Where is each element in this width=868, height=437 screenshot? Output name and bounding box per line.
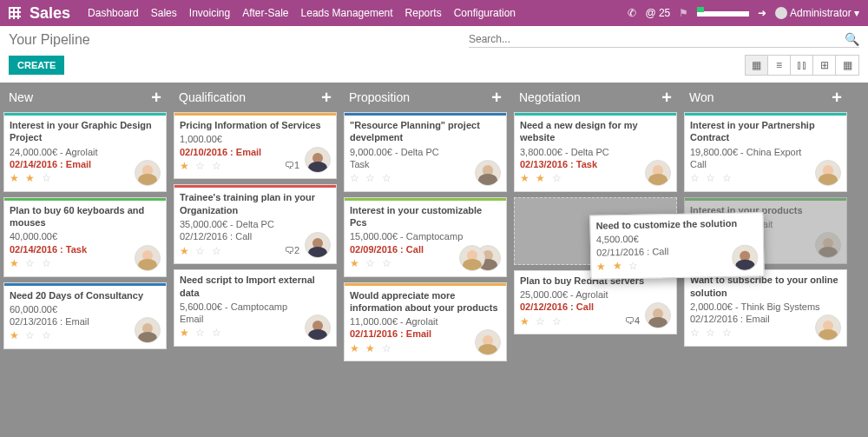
kanban-card[interactable]: Would appreciate more information about … [344, 282, 507, 362]
star-rating[interactable]: ★ ☆ ☆ [350, 257, 393, 271]
card-subtitle: 2,000.00€ - Think Big Systems [690, 301, 841, 313]
add-card-icon[interactable]: + [321, 88, 332, 108]
card-stripe [685, 113, 846, 116]
assignee-avatar[interactable] [305, 315, 331, 341]
assignee-avatar[interactable] [475, 160, 501, 186]
menu-item[interactable]: Reports [405, 7, 442, 19]
main-menu: DashboardSalesInvoicingAfter-SaleLeads M… [88, 7, 516, 19]
card-stripe [345, 283, 506, 286]
chat-icon[interactable]: ⚑ [679, 7, 688, 19]
card-subtitle: 9,000.00€ - Delta PC [350, 146, 501, 158]
kanban-card[interactable]: Plan to buy 60 keyboards and mouses40,00… [3, 197, 167, 277]
add-card-icon[interactable]: + [491, 88, 502, 108]
view-graph-icon[interactable]: ⫿⫿ [791, 56, 813, 75]
kanban-card[interactable]: Need a new design for my website3,800.00… [514, 112, 677, 192]
comments-count[interactable]: 🗨1 [285, 159, 299, 171]
assignee-avatar[interactable] [475, 329, 501, 355]
star-rating[interactable]: ★ ★ ☆ [350, 342, 393, 356]
assignee-avatar[interactable] [135, 160, 161, 186]
menu-item[interactable]: Configuration [454, 7, 516, 19]
kanban-card[interactable]: Need 20 Days of Consultancy60,000.00€02/… [3, 282, 167, 349]
menu-item[interactable]: Sales [151, 7, 177, 19]
search-input[interactable] [469, 31, 845, 47]
assignee-avatar[interactable] [815, 315, 841, 341]
progress-bar [697, 7, 749, 19]
search-icon[interactable]: 🔍 [845, 32, 859, 46]
view-pivot-icon[interactable]: ⊞ [813, 56, 836, 75]
kanban-card[interactable]: Trainee's training plan in your Organiza… [174, 184, 337, 264]
star-rating[interactable]: ★ ★ ☆ [596, 260, 640, 274]
assignee-avatar[interactable] [135, 245, 161, 271]
column-header: Won+ [684, 83, 847, 112]
star-rating[interactable]: ☆ ☆ ☆ [690, 172, 733, 186]
card-title: Interest in your Graphic Design Project [10, 119, 161, 144]
assignee-avatar[interactable] [815, 232, 841, 258]
kanban-card[interactable]: Need script to Import external data5,600… [174, 269, 337, 347]
assignee-avatar[interactable] [815, 160, 841, 186]
star-rating[interactable]: ☆ ☆ ☆ [350, 172, 393, 186]
card-subtitle: 19,800.00€ - China Export [690, 146, 841, 158]
menu-item[interactable]: Leads Management [301, 7, 393, 19]
assignee-avatar[interactable] [305, 232, 331, 258]
kanban-card[interactable]: Interest in your customizable Pcs15,000.… [344, 197, 507, 277]
add-card-icon[interactable]: + [151, 88, 161, 108]
star-rating[interactable]: ★ ☆ ☆ [520, 315, 563, 329]
card-title: Plan to buy 60 keyboards and mouses [10, 204, 161, 229]
comments-count[interactable]: 🗨2 [285, 244, 299, 256]
create-button[interactable]: CREATE [9, 56, 64, 75]
card-title: Trainee's training plan in your Organiza… [180, 191, 331, 216]
column-header: New+ [3, 83, 167, 112]
assignee-avatar[interactable] [135, 317, 161, 343]
apps-icon[interactable] [9, 7, 21, 19]
nav-right: ✆ @ 25 ⚑ ➜ Administrator ▾ [628, 7, 859, 20]
kanban-card[interactable]: Interest in your Partnership Contract19,… [684, 112, 847, 192]
search-wrap: 🔍 [469, 31, 859, 48]
column-title: New [9, 90, 33, 104]
view-calendar-icon[interactable]: ▦ [836, 56, 858, 75]
assignee-avatar[interactable] [305, 147, 331, 173]
assignee-avatar[interactable] [645, 160, 671, 186]
kanban-card[interactable]: Want to subscribe to your online solutio… [684, 269, 847, 347]
message-count[interactable]: @ 25 [645, 7, 670, 19]
card-stripe [174, 185, 336, 188]
star-rating[interactable]: ★ ☆ ☆ [180, 245, 223, 259]
assignee-avatar[interactable] [732, 245, 759, 272]
menu-item[interactable]: Invoicing [189, 7, 230, 19]
page-title: Your Pipeline [9, 32, 90, 48]
card-stripe [515, 113, 676, 116]
assignee-avatar[interactable] [645, 302, 671, 328]
star-rating[interactable]: ★ ☆ ☆ [10, 329, 53, 343]
assignee-avatar[interactable] [459, 245, 485, 271]
star-rating[interactable]: ★ ☆ ☆ [180, 327, 223, 341]
star-rating[interactable]: ★ ☆ ☆ [180, 160, 223, 174]
menu-item[interactable]: After-Sale [242, 7, 288, 19]
dragging-card[interactable]: Need to customize the solution 4,500.00€… [589, 212, 764, 280]
menu-item[interactable]: Dashboard [88, 7, 139, 19]
column-title: Proposition [349, 90, 410, 104]
comments-count[interactable]: 🗨4 [625, 315, 640, 327]
card-subtitle: 1,000.00€ [180, 133, 331, 145]
login-icon[interactable]: ➜ [758, 7, 766, 19]
view-list-icon[interactable]: ≡ [768, 56, 791, 75]
kanban-card[interactable]: "Resource Planning" project develpment9,… [344, 112, 507, 192]
view-kanban-icon[interactable]: ▦ [746, 56, 768, 75]
user-menu[interactable]: Administrator ▾ [775, 7, 859, 20]
add-card-icon[interactable]: + [661, 88, 672, 108]
kanban-card[interactable]: Pricing Information of Services1,000.00€… [174, 112, 337, 179]
card-subtitle: 3,800.00€ - Delta PC [520, 146, 671, 158]
column-title: Won [689, 90, 714, 104]
star-rating[interactable]: ★ ★ ☆ [10, 172, 53, 186]
card-stripe [4, 198, 166, 201]
kanban-column: Proposition+"Resource Planning" project … [340, 83, 510, 437]
star-rating[interactable]: ★ ★ ☆ [520, 172, 563, 186]
add-card-icon[interactable]: + [832, 88, 842, 108]
star-rating[interactable]: ☆ ☆ ☆ [690, 327, 733, 341]
card-stripe [4, 113, 166, 116]
brand[interactable]: Sales [30, 4, 70, 23]
column-header: Proposition+ [344, 83, 507, 112]
phone-icon[interactable]: ✆ [628, 7, 636, 19]
star-rating[interactable]: ★ ☆ ☆ [10, 257, 53, 271]
kanban-card[interactable]: Interest in your Graphic Design Project2… [3, 112, 167, 192]
card-title: Need script to Import external data [180, 274, 331, 299]
card-title: Need to customize the solution [595, 216, 757, 232]
